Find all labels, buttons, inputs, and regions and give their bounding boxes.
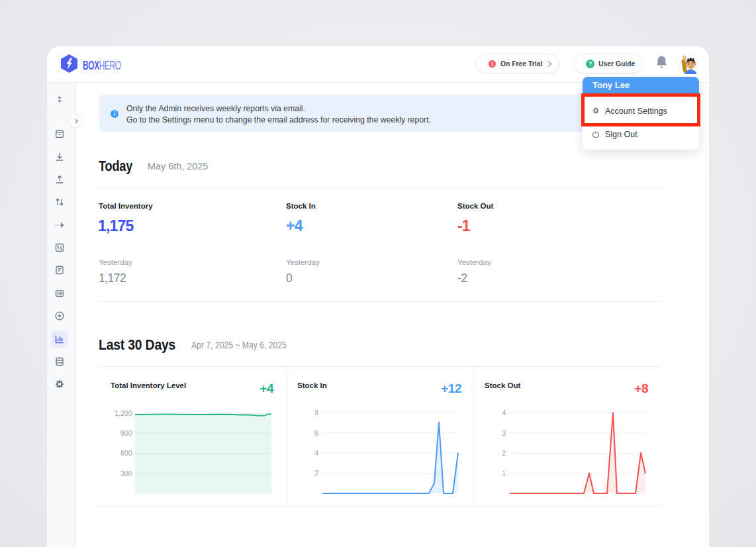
- svg-text:900: 900: [120, 429, 132, 437]
- svg-text:600: 600: [120, 449, 132, 457]
- svg-text:6: 6: [314, 429, 318, 437]
- svg-text:2: 2: [502, 449, 506, 457]
- svg-text:1,200: 1,200: [115, 409, 132, 417]
- svg-text:4: 4: [502, 409, 506, 417]
- svg-text:300: 300: [120, 470, 132, 477]
- svg-text:8: 8: [314, 409, 318, 417]
- svg-text:2: 2: [314, 469, 318, 477]
- svg-text:3: 3: [502, 429, 506, 437]
- svg-text:1: 1: [502, 470, 506, 477]
- svg-text:4: 4: [314, 449, 318, 457]
